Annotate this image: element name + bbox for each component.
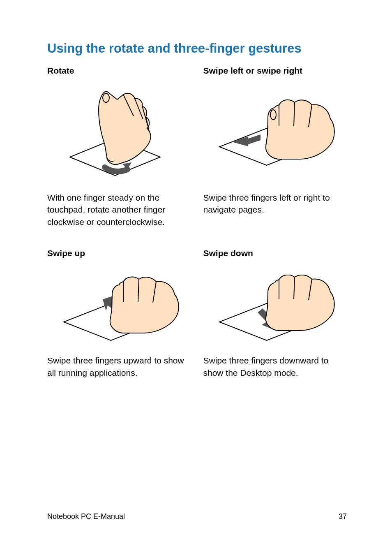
swipe-lr-hand-icon: [213, 97, 337, 171]
gesture-swipe-lr-illustration: [203, 83, 347, 186]
svg-point-2: [103, 93, 109, 102]
gesture-swipe-up: Swipe up Swipe three fingers upward to s…: [47, 244, 191, 395]
gesture-swipe-down: Swipe down Swipe three fingers downward …: [203, 244, 347, 395]
gesture-swipe-lr-desc: Swipe three fingers left or right to nav…: [203, 192, 347, 216]
page-title: Using the rotate and three-finger gestur…: [47, 41, 347, 56]
gesture-swipe-lr-label: Swipe left or swipe right: [203, 66, 347, 76]
swipe-up-hand-icon: [58, 275, 181, 345]
gesture-swipe-down-illustration: [203, 271, 347, 349]
gesture-rotate-illustration: [47, 83, 191, 186]
gesture-rotate-desc: With one finger steady on the touchpad, …: [47, 192, 191, 228]
gesture-swipe-down-desc: Swipe three fingers downward to show the…: [203, 354, 347, 379]
gesture-swipe-lr: Swipe left or swipe right: [203, 66, 347, 244]
gesture-grid: Rotate: [47, 66, 347, 395]
rotate-hand-icon: [66, 87, 173, 182]
gesture-rotate: Rotate: [47, 66, 191, 244]
gesture-rotate-label: Rotate: [47, 66, 191, 76]
page-content: Using the rotate and three-finger gestur…: [0, 0, 392, 395]
swipe-down-hand-icon: [213, 275, 337, 345]
footer-doc-title: Notebook PC E-Manual: [47, 512, 125, 521]
footer-page-number: 37: [339, 512, 347, 521]
gesture-swipe-up-illustration: [47, 271, 191, 349]
page-footer: Notebook PC E-Manual 37: [0, 512, 392, 521]
svg-point-6: [270, 110, 276, 120]
gesture-swipe-up-label: Swipe up: [47, 248, 191, 258]
gesture-swipe-down-label: Swipe down: [203, 248, 347, 258]
gesture-swipe-up-desc: Swipe three fingers upward to show all r…: [47, 354, 191, 379]
